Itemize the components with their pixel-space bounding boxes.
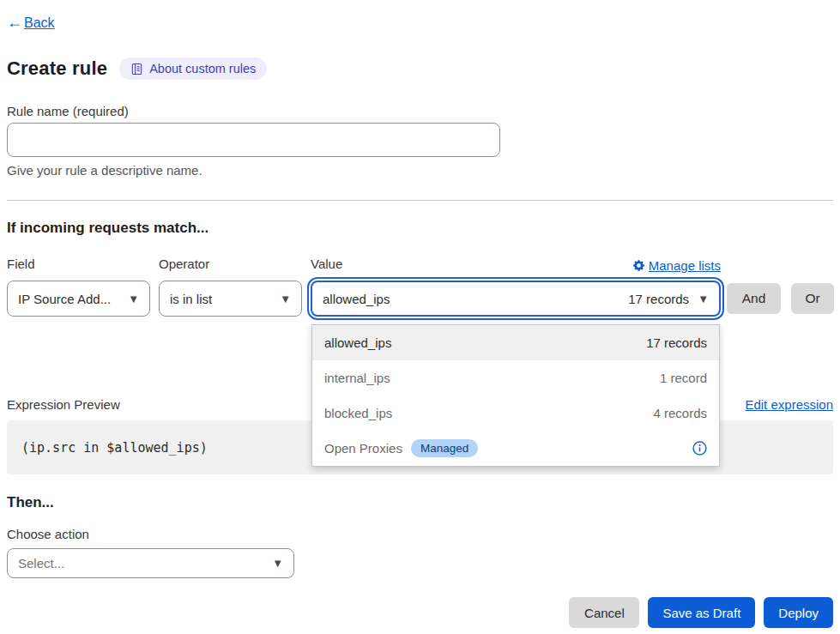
info-icon[interactable] bbox=[692, 441, 707, 456]
list-item-name: blocked_ips bbox=[324, 406, 392, 420]
about-badge-label: About custom rules bbox=[149, 62, 256, 75]
list-item-name: allowed_ips bbox=[324, 335, 391, 350]
operator-select-value: is in list bbox=[170, 292, 212, 306]
expression-code-text: (ip.src in $allowed_ips) bbox=[21, 440, 208, 456]
value-label: Value bbox=[311, 257, 342, 274]
chevron-down-icon: ▼ bbox=[272, 557, 283, 570]
list-item-open-proxies[interactable]: Open Proxies Managed bbox=[312, 431, 719, 466]
chevron-down-icon: ▼ bbox=[128, 293, 139, 305]
list-item-blocked-ips[interactable]: blocked_ips 4 records bbox=[312, 395, 719, 431]
operator-label: Operator bbox=[159, 257, 302, 274]
footer-actions: Cancel Save as Draft Deploy bbox=[7, 597, 833, 628]
field-column: Field IP Source Add... ▼ bbox=[7, 257, 150, 317]
create-rule-page: ← Back Create rule About custom rules Ru… bbox=[0, 0, 840, 634]
value-select-value: allowed_ips bbox=[323, 292, 390, 306]
divider bbox=[7, 200, 833, 201]
action-select[interactable]: Select... ▼ bbox=[7, 548, 294, 578]
list-dropdown: allowed_ips 17 records internal_ips 1 re… bbox=[311, 324, 720, 467]
list-item-records: 4 records bbox=[653, 406, 707, 420]
value-select[interactable]: allowed_ips 17 records ▼ bbox=[311, 281, 721, 317]
manage-lists-link[interactable]: Manage lists bbox=[633, 258, 721, 273]
rule-name-label: Rule name (required) bbox=[7, 104, 833, 118]
field-label: Field bbox=[7, 257, 150, 274]
condition-row: Field IP Source Add... ▼ Operator is in … bbox=[7, 257, 833, 317]
book-icon bbox=[130, 63, 143, 75]
deploy-button[interactable]: Deploy bbox=[764, 597, 833, 628]
save-as-draft-button[interactable]: Save as Draft bbox=[648, 597, 755, 628]
match-section-title: If incoming requests match... bbox=[7, 220, 833, 237]
rule-name-help: Give your rule a descriptive name. bbox=[7, 163, 833, 178]
about-custom-rules-link[interactable]: About custom rules bbox=[119, 57, 267, 80]
chevron-down-icon: ▼ bbox=[698, 293, 709, 305]
field-select[interactable]: IP Source Add... ▼ bbox=[7, 281, 150, 317]
list-item-records: 1 record bbox=[660, 371, 707, 385]
title-row: Create rule About custom rules bbox=[7, 57, 833, 80]
choose-action-label: Choose action bbox=[7, 527, 833, 541]
manage-lists-label: Manage lists bbox=[649, 258, 721, 273]
chevron-down-icon: ▼ bbox=[280, 293, 291, 305]
and-button[interactable]: And bbox=[727, 283, 781, 314]
back-link[interactable]: ← Back bbox=[7, 14, 833, 32]
operator-column: Operator is in list ▼ bbox=[159, 257, 302, 317]
action-select-placeholder: Select... bbox=[18, 556, 64, 571]
value-select-records: 17 records bbox=[628, 292, 689, 306]
cancel-button[interactable]: Cancel bbox=[569, 597, 639, 628]
list-item-name: internal_ips bbox=[324, 371, 390, 385]
list-item-records: 17 records bbox=[646, 335, 707, 350]
value-column: Value Manage lists allowed_ips 17 record… bbox=[311, 257, 721, 317]
managed-badge: Managed bbox=[411, 439, 478, 457]
back-link-label[interactable]: Back bbox=[24, 15, 55, 31]
field-select-value: IP Source Add... bbox=[18, 292, 111, 306]
list-item-allowed-ips[interactable]: allowed_ips 17 records bbox=[312, 325, 719, 360]
page-title: Create rule bbox=[7, 57, 107, 80]
rule-name-input[interactable] bbox=[7, 123, 500, 157]
list-item-name: Open Proxies bbox=[324, 441, 402, 456]
edit-expression-link[interactable]: Edit expression bbox=[745, 397, 833, 412]
value-select-wrap: allowed_ips 17 records ▼ allowed_ips 17 … bbox=[311, 281, 721, 317]
then-section-title: Then... bbox=[7, 494, 833, 511]
back-arrow-icon: ← bbox=[7, 14, 22, 32]
list-item-internal-ips[interactable]: internal_ips 1 record bbox=[312, 360, 719, 395]
andor-column: And Or bbox=[729, 257, 834, 314]
or-button[interactable]: Or bbox=[791, 283, 834, 314]
operator-select[interactable]: is in list ▼ bbox=[159, 281, 302, 317]
expression-preview-label: Expression Preview bbox=[7, 397, 120, 412]
gear-icon bbox=[633, 260, 644, 271]
